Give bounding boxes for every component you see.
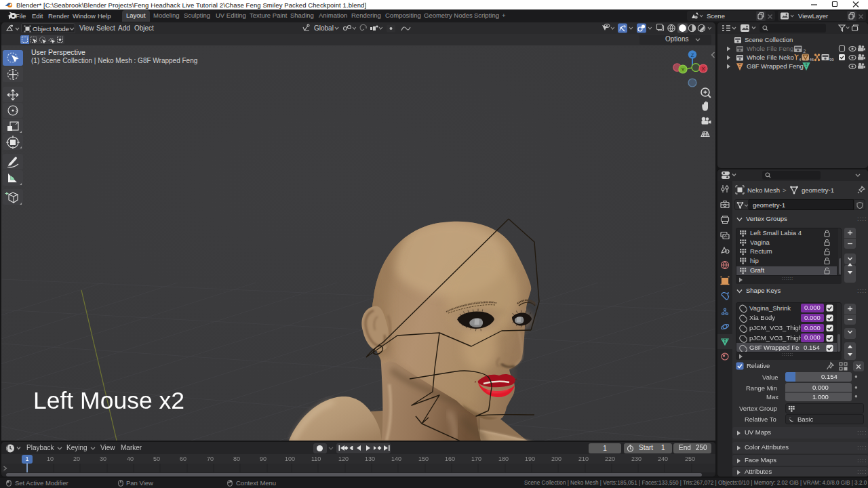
svg-text:X: X <box>701 66 705 72</box>
svg-text:Y: Y <box>681 66 684 73</box>
svg-text:Global: Global <box>314 24 334 32</box>
svg-text:2: 2 <box>804 48 806 53</box>
svg-text:Z: Z <box>691 52 694 58</box>
